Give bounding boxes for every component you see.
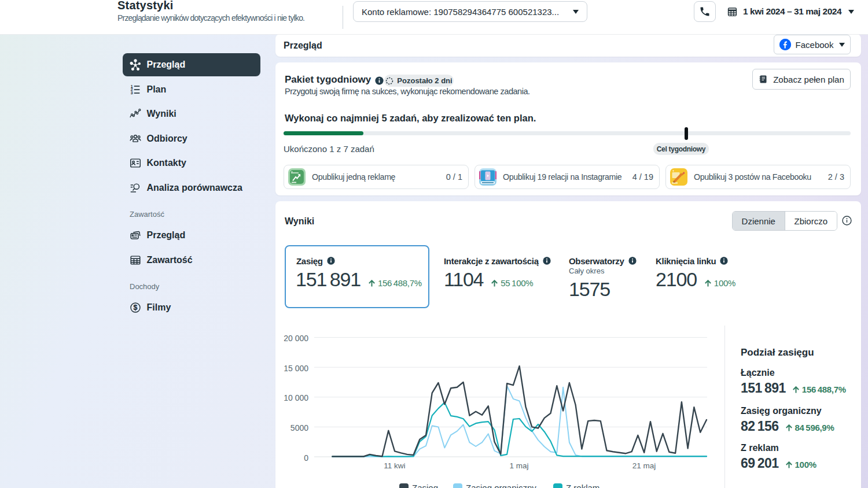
svg-text:Zasięg organiczny: Zasięg organiczny <box>466 483 536 488</box>
svg-text:0: 0 <box>304 453 308 463</box>
svg-text:11 kwi: 11 kwi <box>384 461 405 470</box>
svg-text:Z reklam: Z reklam <box>566 483 599 488</box>
svg-text:1 maj: 1 maj <box>509 461 528 470</box>
svg-text:Zasięg: Zasięg <box>412 483 438 488</box>
svg-text:15 000: 15 000 <box>284 364 308 373</box>
svg-text:3: 3 <box>131 91 133 95</box>
svg-text:21 maj: 21 maj <box>632 461 656 470</box>
svg-text:5000: 5000 <box>290 423 308 432</box>
svg-text:10 000: 10 000 <box>284 393 308 402</box>
svg-text:$: $ <box>134 304 138 312</box>
svg-text:20 000: 20 000 <box>284 334 308 343</box>
